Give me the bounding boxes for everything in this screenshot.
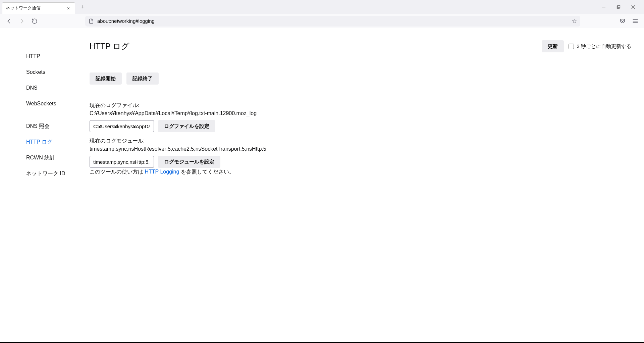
http-logging-link[interactable]: HTTP Logging (145, 169, 179, 175)
sidebar-item-dns[interactable]: DNS (0, 80, 79, 96)
app-menu-icon[interactable] (631, 17, 639, 25)
logmodule-input[interactable] (90, 156, 154, 168)
sidebar-item-websockets[interactable]: WebSockets (0, 96, 79, 111)
new-tab-button[interactable]: + (78, 2, 88, 12)
url-text: about:networking#logging (97, 18, 572, 24)
sidebar-item-rcwn[interactable]: RCWN 統計 (0, 150, 79, 166)
sidebar-separator (0, 115, 79, 115)
logfile-input[interactable] (90, 120, 154, 132)
tab-close-icon[interactable]: × (65, 6, 71, 11)
browser-tab[interactable]: ネットワーク通信 × (2, 2, 75, 14)
stop-logging-button[interactable]: 記録終了 (126, 72, 159, 85)
current-logfile-label: 現在のログファイル: (90, 101, 425, 109)
footnote-pre: このツールの使い方は (90, 169, 145, 175)
current-logmodule-value: timestamp,sync,nsHostResolver:5,cache2:5… (90, 145, 425, 153)
reload-button[interactable] (29, 15, 40, 27)
sidebar-item-network-id[interactable]: ネットワーク ID (0, 166, 79, 182)
bookmark-star-icon[interactable]: ☆ (572, 17, 577, 25)
browser-toolbar: about:networking#logging ☆ (0, 14, 644, 28)
auto-refresh-label[interactable]: 3 秒ごとに自動更新する (569, 43, 631, 50)
pocket-icon[interactable] (619, 17, 627, 25)
svg-rect-2 (618, 5, 620, 8)
footnote-post: を参照してください。 (179, 169, 234, 175)
current-logmodule-label: 現在のログモジュール: (90, 137, 425, 145)
current-logfile-value: C:¥Users¥kenhys¥AppData¥Local¥Temp¥log.t… (90, 109, 425, 117)
set-logfile-button[interactable]: ログファイルを設定 (158, 120, 215, 132)
sidebar: HTTP Sockets DNS WebSockets DNS 照会 HTTP … (0, 28, 79, 343)
back-button[interactable] (3, 15, 15, 27)
window-minimize-icon[interactable] (602, 5, 608, 9)
start-logging-button[interactable]: 記録開始 (90, 72, 122, 85)
main-panel: HTTP ログ 更新 3 秒ごとに自動更新する 記録開始 記録終了 現在のログフ… (79, 28, 644, 343)
auto-refresh-checkbox[interactable] (569, 44, 574, 49)
sidebar-item-dns-lookup[interactable]: DNS 照会 (0, 118, 79, 134)
footnote: このツールの使い方は HTTP Logging を参照してください。 (90, 168, 425, 176)
set-logmodule-button[interactable]: ログモジュールを設定 (158, 156, 220, 168)
auto-refresh-text: 3 秒ごとに自動更新する (577, 43, 631, 50)
sidebar-item-sockets[interactable]: Sockets (0, 64, 79, 80)
sidebar-item-http-log[interactable]: HTTP ログ (0, 134, 79, 150)
page-title: HTTP ログ (90, 41, 129, 52)
sidebar-item-http[interactable]: HTTP (0, 48, 79, 64)
forward-button[interactable] (16, 15, 28, 27)
window-close-icon[interactable] (631, 5, 638, 9)
window-maximize-icon[interactable] (616, 5, 623, 9)
url-bar[interactable]: about:networking#logging ☆ (85, 16, 580, 27)
refresh-button[interactable]: 更新 (542, 40, 564, 52)
page-content: HTTP Sockets DNS WebSockets DNS 照会 HTTP … (0, 28, 644, 343)
window-controls (602, 0, 644, 14)
page-icon (89, 18, 94, 24)
tab-strip: ネットワーク通信 × + (0, 0, 644, 14)
tab-title: ネットワーク通信 (6, 5, 65, 11)
